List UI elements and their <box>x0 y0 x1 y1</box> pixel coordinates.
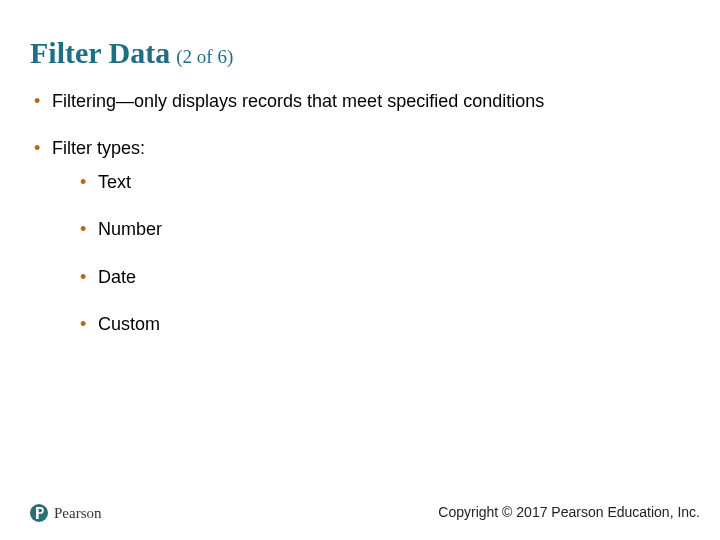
sub-bullet-text: Date <box>98 267 136 287</box>
slide-title: Filter Data(2 of 6) <box>30 38 233 68</box>
bullet-list: Filtering—only displays records that mee… <box>30 90 690 336</box>
copyright-text: Copyright © 2017 Pearson Education, Inc. <box>438 504 700 520</box>
sub-bullet-item: Number <box>76 218 690 241</box>
bullet-text: Filter types: <box>52 138 145 158</box>
title-main: Filter Data <box>30 36 170 69</box>
brand-logo: Pearson <box>30 504 102 522</box>
sub-bullet-list: Text Number Date Custom <box>76 171 690 337</box>
sub-bullet-item: Custom <box>76 313 690 336</box>
slide-content: Filtering—only displays records that mee… <box>30 90 690 360</box>
sub-bullet-text: Custom <box>98 314 160 334</box>
sub-bullet-text: Number <box>98 219 162 239</box>
pearson-logo-icon <box>30 504 48 522</box>
brand-name: Pearson <box>54 505 102 522</box>
slide-footer: Pearson Copyright © 2017 Pearson Educati… <box>0 492 720 522</box>
title-sub: (2 of 6) <box>176 46 233 67</box>
bullet-item: Filter types: Text Number Date Custom <box>30 137 690 336</box>
bullet-text: Filtering—only displays records that mee… <box>52 91 544 111</box>
sub-bullet-item: Text <box>76 171 690 194</box>
bullet-item: Filtering—only displays records that mee… <box>30 90 690 113</box>
slide: Filter Data(2 of 6) Filtering—only displ… <box>0 0 720 540</box>
sub-bullet-item: Date <box>76 266 690 289</box>
sub-bullet-text: Text <box>98 172 131 192</box>
